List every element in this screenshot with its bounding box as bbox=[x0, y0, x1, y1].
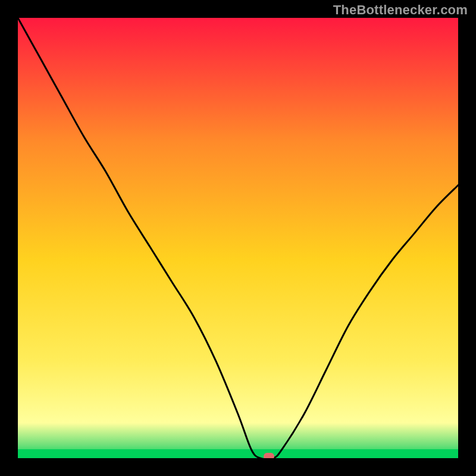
green-baseline-band bbox=[18, 449, 458, 458]
svg-rect-0 bbox=[18, 18, 458, 458]
background-gradient bbox=[18, 18, 458, 458]
plot-area bbox=[18, 18, 458, 458]
optimal-point-marker bbox=[264, 453, 274, 458]
chart-frame: TheBottlenecker.com bbox=[0, 0, 476, 476]
watermark-text: TheBottlenecker.com bbox=[333, 2, 468, 18]
